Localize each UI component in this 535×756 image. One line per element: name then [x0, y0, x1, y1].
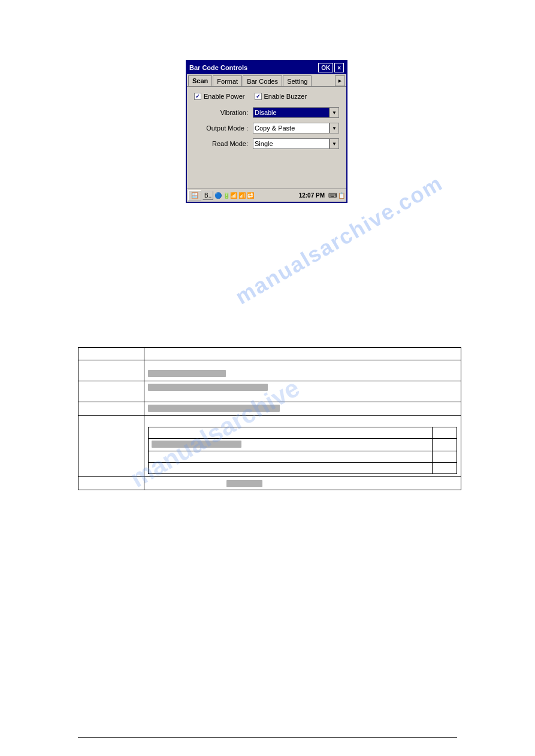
table-row	[78, 381, 461, 402]
taskbar-keyboard-icon[interactable]: ⌨	[328, 192, 337, 199]
enable-buzzer-label: Enable Buzzer	[264, 93, 307, 100]
taskbar-misc-icons: 🔋📶	[223, 192, 237, 199]
table-cell-left	[78, 381, 144, 402]
table-section	[78, 347, 461, 490]
table-row	[78, 402, 461, 416]
read-mode-select[interactable]: Single ▼	[253, 138, 339, 149]
sub-table-row	[149, 427, 457, 439]
sub-table-row	[149, 439, 457, 451]
dialog-title: Bar Code Controls	[189, 64, 247, 71]
table-cell-right	[144, 348, 461, 360]
taskbar-time: 12:07 PM	[297, 192, 327, 199]
gray-bar	[152, 441, 241, 448]
read-mode-label: Read Mode:	[194, 140, 248, 147]
sub-table-row	[149, 463, 457, 474]
table-cell-left	[78, 416, 144, 477]
tab-scan[interactable]: Scan	[188, 75, 212, 86]
table-cell-right	[144, 381, 461, 402]
output-mode-field-row: Output Mode : Copy & Paste ▼	[194, 123, 339, 133]
start-button[interactable]: 🪟	[188, 190, 201, 201]
table-row	[78, 348, 461, 360]
taskbar-arrow-icon: 🔁	[247, 192, 254, 199]
sub-cell	[149, 463, 433, 474]
sub-cell	[149, 427, 433, 439]
table-row	[78, 416, 461, 477]
barcode-controls-dialog: Bar Code Controls OK × Scan Format Bar C…	[186, 60, 347, 203]
dialog-titlebar: Bar Code Controls OK ×	[187, 61, 346, 74]
enable-buzzer-checkbox[interactable]: ✓ Enable Buzzer	[255, 93, 307, 100]
dialog-close-button[interactable]: ×	[334, 63, 344, 72]
table-cell-right	[144, 360, 461, 381]
table-cell-left	[78, 402, 144, 416]
page-wrapper: Bar Code Controls OK × Scan Format Bar C…	[0, 0, 535, 756]
vibration-field-row: Vibration: Disable ▼	[194, 107, 339, 118]
checkbox-row: ✓ Enable Power ✓ Enable Buzzer	[194, 93, 339, 100]
enable-power-check-indicator: ✓	[194, 93, 201, 100]
sub-cell	[432, 463, 457, 474]
read-mode-field-row: Read Mode: Single ▼	[194, 138, 339, 149]
sub-cell	[149, 439, 433, 451]
table-cell-right	[144, 416, 461, 477]
sub-table-row	[149, 451, 457, 463]
taskbar-extra-icon: 📋	[338, 192, 345, 199]
output-mode-label: Output Mode :	[194, 125, 248, 132]
table-cell-right	[144, 477, 461, 490]
taskbar-b-label[interactable]: B..	[202, 191, 213, 200]
gray-bar	[148, 405, 280, 412]
output-mode-select[interactable]: Copy & Paste ▼	[253, 123, 339, 133]
title-buttons: OK ×	[318, 63, 344, 72]
dialog-body: ✓ Enable Power ✓ Enable Buzzer Vibration…	[187, 87, 346, 189]
vibration-select[interactable]: Disable ▼	[253, 107, 339, 118]
dialog-tabs: Scan Format Bar Codes Setting ►	[187, 74, 346, 87]
table-row	[78, 477, 461, 490]
enable-power-checkbox[interactable]: ✓ Enable Power	[194, 93, 245, 100]
sub-cell	[149, 451, 433, 463]
body-spacer	[194, 154, 339, 184]
enable-power-label: Enable Power	[204, 93, 245, 100]
sub-table	[148, 427, 457, 474]
taskbar-signal-icon: 📶	[238, 192, 246, 199]
doc-table	[78, 347, 461, 490]
table-cell-left	[78, 477, 144, 490]
tab-scroll-right[interactable]: ►	[335, 75, 345, 86]
output-mode-dropdown-arrow[interactable]: ▼	[330, 123, 339, 133]
vibration-value[interactable]: Disable	[253, 107, 330, 118]
output-mode-value[interactable]: Copy & Paste	[253, 123, 330, 133]
gray-bar	[226, 480, 262, 487]
taskbar: 🪟 B.. 🔵 🔋📶 📶 🔁 12:07 PM ⌨ 📋	[187, 189, 346, 202]
read-mode-value[interactable]: Single	[253, 138, 330, 149]
start-icon: 🪟	[191, 192, 198, 199]
tab-settings[interactable]: Setting	[283, 75, 312, 86]
table-cell-left	[78, 360, 144, 381]
tab-barcodes[interactable]: Bar Codes	[243, 75, 282, 86]
vibration-label: Vibration:	[194, 109, 248, 116]
dialog-ok-button[interactable]: OK	[318, 63, 333, 72]
sub-cell	[432, 451, 457, 463]
gray-bar	[148, 370, 226, 377]
sub-cell	[432, 427, 457, 439]
gray-bar	[148, 384, 268, 391]
sub-cell	[432, 439, 457, 451]
table-cell-right	[144, 402, 461, 416]
vibration-dropdown-arrow[interactable]: ▼	[330, 107, 339, 118]
table-cell-left	[78, 348, 144, 360]
tab-format[interactable]: Format	[213, 75, 242, 86]
bottom-divider	[78, 737, 457, 738]
taskbar-bluetooth-icon: 🔵	[214, 192, 222, 199]
enable-buzzer-check-indicator: ✓	[255, 93, 262, 100]
read-mode-dropdown-arrow[interactable]: ▼	[330, 138, 339, 149]
table-row	[78, 360, 461, 381]
